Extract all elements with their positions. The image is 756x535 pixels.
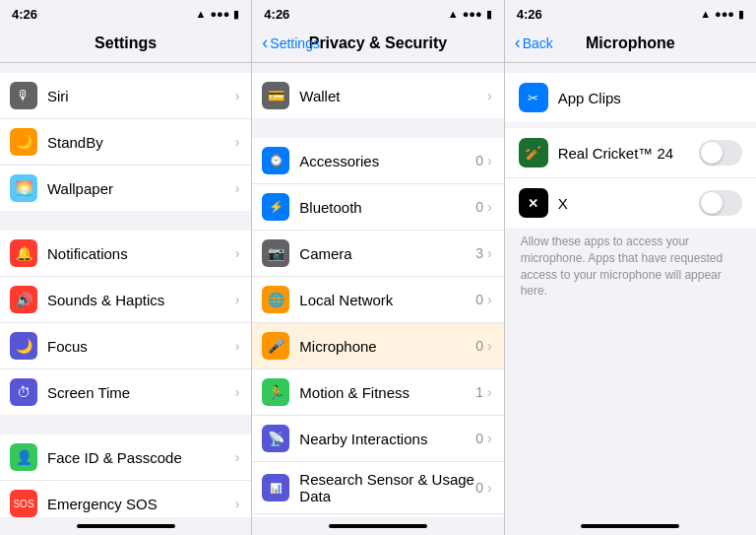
microphone-list: ✂ App Clips 🏏 Real Cricket™ 24 ✕ X Allow…	[505, 63, 756, 517]
realcricket-name: Real Cricket™ 24	[558, 145, 699, 162]
battery-icon-3: ▮	[738, 8, 744, 21]
x-app-icon: ✕	[519, 188, 548, 218]
battery-icon-2: ▮	[486, 8, 492, 21]
accessories-icon: ⌚	[262, 147, 289, 174]
home-bar-2	[329, 524, 427, 528]
camera-detail: 3	[475, 245, 483, 261]
focus-icon: 🌙	[10, 332, 37, 360]
wallpaper-label: Wallpaper	[47, 180, 235, 197]
bluetooth-detail: 0	[475, 199, 483, 215]
home-indicator-2	[252, 517, 503, 535]
status-time-1: 4:26	[12, 7, 37, 22]
home-bar-3	[581, 524, 679, 528]
nav-bar-2: ‹ Settings Privacy & Security	[252, 26, 503, 63]
screentime-label: Screen Time	[47, 384, 235, 401]
back-arrow-3: ‹	[515, 33, 521, 51]
notifications-label: Notifications	[47, 245, 235, 262]
standby-label: StandBy	[47, 134, 235, 151]
signal-icon-3: ●●●	[715, 8, 734, 20]
microphone-detail: 0	[475, 338, 483, 354]
privacy-item-bluetooth[interactable]: ⚡ Bluetooth 0 ›	[252, 184, 503, 231]
bluetooth-label: Bluetooth	[299, 199, 475, 216]
sounds-chevron: ›	[235, 292, 240, 307]
sounds-icon: 🔊	[10, 286, 37, 313]
nearbyinteractions-icon: 📡	[262, 425, 289, 452]
settings-item-sounds[interactable]: 🔊 Sounds & Haptics ›	[0, 277, 251, 323]
wallet-chevron: ›	[487, 88, 492, 103]
accessories-label: Accessories	[299, 153, 475, 169]
nearbyinteractions-label: Nearby Interactions	[299, 431, 475, 447]
microphone-label: Microphone	[299, 338, 475, 355]
group-security: 👤 Face ID & Passcode › SOS Emergency SOS…	[0, 435, 251, 517]
wifi-icon-3: ▲	[700, 8, 711, 20]
settings-item-screentime[interactable]: ⏱ Screen Time ›	[0, 369, 251, 415]
back-button-3[interactable]: ‹ Back	[515, 34, 553, 51]
screentime-icon: ⏱	[10, 378, 37, 406]
bluetooth-chevron: ›	[487, 199, 492, 215]
nearbyinteractions-detail: 0	[475, 431, 483, 446]
status-time-2: 4:26	[264, 7, 289, 22]
wifi-icon: ▲	[196, 8, 207, 20]
privacy-list[interactable]: 💳 Wallet › ⌚ Accessories 0 › ⚡ Bluetooth…	[252, 63, 503, 517]
privacy-item-microphone[interactable]: 🎤 Microphone 0 ›	[252, 323, 503, 369]
settings-item-faceid[interactable]: 👤 Face ID & Passcode ›	[0, 435, 251, 481]
privacy-item-researchsensor[interactable]: 📊 Research Sensor & Usage Data 0 ›	[252, 462, 503, 514]
home-indicator-3	[505, 517, 756, 535]
panel-microphone: 4:26 ▲ ●●● ▮ ‹ Back Microphone ✂ App Cli…	[504, 0, 756, 535]
mic-item-x[interactable]: ✕ X	[505, 178, 756, 228]
appclips-name: App Clips	[558, 90, 742, 106]
status-bar-1: 4:26 ▲ ●●● ▮	[0, 0, 251, 26]
wallet-label: Wallet	[299, 88, 483, 104]
faceid-chevron: ›	[235, 449, 240, 465]
camera-icon: 📷	[262, 239, 289, 267]
back-button-2[interactable]: ‹ Settings	[262, 34, 320, 51]
camera-label: Camera	[299, 245, 475, 262]
settings-item-wallpaper[interactable]: 🌅 Wallpaper ›	[0, 166, 251, 211]
settings-item-standby[interactable]: 🌙 StandBy ›	[0, 119, 251, 166]
mic-item-realcricket[interactable]: 🏏 Real Cricket™ 24	[505, 128, 756, 178]
back-arrow-2: ‹	[262, 33, 268, 51]
wallet-icon: 💳	[262, 82, 289, 109]
nearbyinteractions-chevron: ›	[487, 431, 492, 446]
localnetwork-detail: 0	[475, 292, 483, 307]
status-time-3: 4:26	[517, 7, 542, 22]
signal-icon: ●●●	[210, 8, 229, 20]
mic-item-appclips[interactable]: ✂ App Clips	[505, 73, 756, 122]
accessories-chevron: ›	[487, 153, 492, 168]
nav-bar-3: ‹ Back Microphone	[505, 26, 756, 63]
back-label-2: Settings	[270, 35, 320, 51]
settings-item-siri[interactable]: 🎙 Siri ›	[0, 73, 251, 119]
nav-bar-1: Settings	[0, 26, 251, 63]
settings-item-emergencysos[interactable]: SOS Emergency SOS ›	[0, 481, 251, 517]
status-icons-3: ▲ ●●● ▮	[700, 8, 744, 21]
privacy-item-localnetwork[interactable]: 🌐 Local Network 0 ›	[252, 277, 503, 323]
realcricket-toggle[interactable]	[699, 140, 742, 166]
divider-p1	[252, 118, 503, 138]
privacy-item-motionfitness[interactable]: 🏃 Motion & Fitness 1 ›	[252, 369, 503, 416]
privacy-item-camera[interactable]: 📷 Camera 3 ›	[252, 231, 503, 277]
standby-icon: 🌙	[10, 128, 37, 156]
panel3-title: Microphone	[586, 34, 675, 52]
localnetwork-label: Local Network	[299, 292, 475, 308]
settings-list-1[interactable]: 🎙 Siri › 🌙 StandBy › 🌅 Wallpaper › 🔔 Not…	[0, 63, 251, 517]
microphone-icon: 🎤	[262, 332, 289, 360]
notifications-chevron: ›	[235, 245, 240, 261]
bluetooth-icon: ⚡	[262, 193, 289, 221]
siri-icon: 🎙	[10, 82, 37, 109]
panel1-title: Settings	[94, 34, 157, 52]
motionfitness-chevron: ›	[487, 384, 492, 400]
x-toggle[interactable]	[699, 190, 742, 216]
researchsensor-detail: 0	[475, 480, 483, 496]
privacy-item-accessories[interactable]: ⌚ Accessories 0 ›	[252, 138, 503, 184]
home-bar-1	[77, 524, 175, 528]
settings-item-notifications[interactable]: 🔔 Notifications ›	[0, 231, 251, 277]
faceid-label: Face ID & Passcode	[47, 449, 235, 466]
camera-chevron: ›	[487, 245, 492, 261]
privacy-item-nearbyinteractions[interactable]: 📡 Nearby Interactions 0 ›	[252, 416, 503, 462]
panel-settings: 4:26 ▲ ●●● ▮ Settings 🎙 Siri › 🌙 StandBy…	[0, 0, 251, 535]
privacy-item-wallet[interactable]: 💳 Wallet ›	[252, 73, 503, 118]
status-bar-3: 4:26 ▲ ●●● ▮	[505, 0, 756, 26]
settings-item-focus[interactable]: 🌙 Focus ›	[0, 323, 251, 369]
researchsensor-label: Research Sensor & Usage Data	[299, 471, 475, 504]
faceid-icon: 👤	[10, 443, 37, 471]
